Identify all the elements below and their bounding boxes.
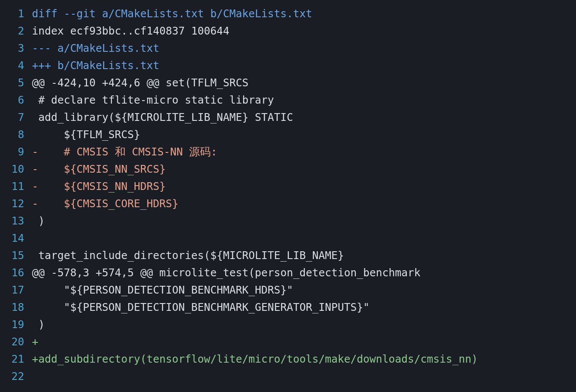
code-line[interactable]: 5@@ -424,10 +424,6 @@ set(TFLM_SRCS <box>0 74 576 92</box>
line-number: 21 <box>0 351 32 368</box>
line-content[interactable]: - ${CMSIS_CORE_HDRS} <box>32 195 576 212</box>
code-line[interactable]: 1diff --git a/CMakeLists.txt b/CMakeList… <box>0 5 576 22</box>
code-line[interactable]: 21+add_subdirectory(tensorflow/lite/micr… <box>0 351 576 368</box>
line-content[interactable]: target_include_directories(${MICROLITE_L… <box>32 247 576 264</box>
line-number: 9 <box>0 143 32 161</box>
line-content[interactable]: @@ -578,3 +574,5 @@ microlite_test(perso… <box>32 264 576 281</box>
code-line[interactable]: 17 "${PERSON_DETECTION_BENCHMARK_HDRS}" <box>0 281 576 299</box>
line-number: 17 <box>0 281 32 299</box>
line-content[interactable]: + <box>32 333 576 351</box>
code-line[interactable]: 7 add_library(${MICROLITE_LIB_NAME} STAT… <box>0 109 576 126</box>
code-line[interactable]: 10- ${CMSIS_NN_SRCS} <box>0 161 576 178</box>
line-number: 12 <box>0 195 32 212</box>
code-line[interactable]: 13 ) <box>0 212 576 230</box>
line-content[interactable]: - # CMSIS 和 CMSIS-NN 源码: <box>32 143 576 161</box>
line-number: 1 <box>0 5 32 22</box>
code-line[interactable]: 20+ <box>0 333 576 351</box>
line-content[interactable]: "${PERSON_DETECTION_BENCHMARK_HDRS}" <box>32 281 576 299</box>
line-content[interactable]: - ${CMSIS_NN_HDRS} <box>32 178 576 195</box>
line-number: 3 <box>0 40 32 57</box>
code-line[interactable]: 6 # declare tflite-micro static library <box>0 92 576 109</box>
code-line[interactable]: 18 "${PERSON_DETECTION_BENCHMARK_GENERAT… <box>0 299 576 316</box>
line-number: 18 <box>0 299 32 316</box>
line-content[interactable]: ) <box>32 316 576 333</box>
code-line[interactable]: 14 <box>0 230 576 247</box>
code-line[interactable]: 12- ${CMSIS_CORE_HDRS} <box>0 195 576 212</box>
line-number: 20 <box>0 333 32 351</box>
line-content[interactable]: # declare tflite-micro static library <box>32 92 576 109</box>
code-line[interactable]: 16@@ -578,3 +574,5 @@ microlite_test(per… <box>0 264 576 281</box>
line-number: 13 <box>0 212 32 230</box>
line-content[interactable]: ) <box>32 212 576 230</box>
code-line[interactable]: 22 <box>0 368 576 385</box>
line-number: 11 <box>0 178 32 195</box>
line-content[interactable]: +++ b/CMakeLists.txt <box>32 57 576 74</box>
line-content[interactable]: --- a/CMakeLists.txt <box>32 40 576 57</box>
line-content[interactable]: @@ -424,10 +424,6 @@ set(TFLM_SRCS <box>32 74 576 92</box>
line-content[interactable]: ${TFLM_SRCS} <box>32 126 576 143</box>
line-number: 4 <box>0 57 32 74</box>
line-number: 8 <box>0 126 32 143</box>
line-number: 7 <box>0 109 32 126</box>
code-line[interactable]: 8 ${TFLM_SRCS} <box>0 126 576 143</box>
line-number: 6 <box>0 92 32 109</box>
code-line[interactable]: 9- # CMSIS 和 CMSIS-NN 源码: <box>0 143 576 161</box>
line-number: 16 <box>0 264 32 281</box>
code-line[interactable]: 19 ) <box>0 316 576 333</box>
line-number: 19 <box>0 316 32 333</box>
line-number: 14 <box>0 230 32 247</box>
code-line[interactable]: 2index ecf93bbc..cf140837 100644 <box>0 22 576 40</box>
line-number: 5 <box>0 74 32 92</box>
line-number: 15 <box>0 247 32 264</box>
code-editor[interactable]: 1diff --git a/CMakeLists.txt b/CMakeList… <box>0 0 576 392</box>
code-line[interactable]: 15 target_include_directories(${MICROLIT… <box>0 247 576 264</box>
line-content[interactable]: add_library(${MICROLITE_LIB_NAME} STATIC <box>32 109 576 126</box>
line-number: 2 <box>0 22 32 40</box>
line-content[interactable]: +add_subdirectory(tensorflow/lite/micro/… <box>32 351 576 368</box>
line-content[interactable]: diff --git a/CMakeLists.txt b/CMakeLists… <box>32 5 576 22</box>
line-content[interactable]: index ecf93bbc..cf140837 100644 <box>32 22 576 40</box>
code-line[interactable]: 3--- a/CMakeLists.txt <box>0 40 576 57</box>
line-content[interactable]: - ${CMSIS_NN_SRCS} <box>32 161 576 178</box>
line-number: 10 <box>0 161 32 178</box>
code-line[interactable]: 11- ${CMSIS_NN_HDRS} <box>0 178 576 195</box>
line-number: 22 <box>0 368 32 385</box>
line-content[interactable]: "${PERSON_DETECTION_BENCHMARK_GENERATOR_… <box>32 299 576 316</box>
code-line[interactable]: 4+++ b/CMakeLists.txt <box>0 57 576 74</box>
